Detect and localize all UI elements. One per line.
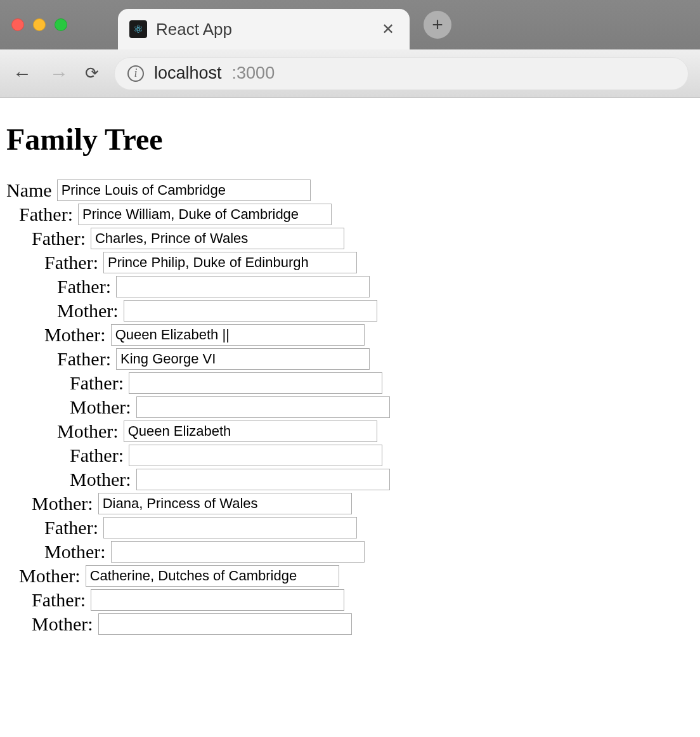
- name-input[interactable]: [116, 276, 370, 297]
- person-node: Father: Father: Mother:: [57, 348, 694, 418]
- reload-button[interactable]: ⟳: [85, 63, 99, 83]
- person-node: Father:: [70, 445, 694, 466]
- titlebar: ⚛ React App ✕ +: [0, 0, 700, 49]
- father-label: Father:: [70, 446, 124, 465]
- father-label: Father:: [44, 253, 98, 272]
- person-node: Father:: [32, 589, 694, 611]
- new-tab-button[interactable]: +: [424, 11, 451, 39]
- name-input[interactable]: [98, 493, 352, 514]
- name-input[interactable]: [103, 252, 357, 273]
- mother-label: Mother:: [32, 615, 93, 634]
- father-label: Father:: [57, 277, 111, 296]
- name-input[interactable]: [111, 541, 365, 563]
- person-node: Father: Father: Father: Fa: [19, 204, 694, 563]
- url-host: localhost: [154, 63, 222, 83]
- page-content: Family Tree Name Father: Father: Fa: [0, 98, 700, 656]
- name-input[interactable]: [124, 421, 377, 442]
- person-node: Mother:: [57, 300, 694, 322]
- name-input[interactable]: [78, 204, 332, 225]
- mother-label: Mother:: [44, 542, 106, 561]
- father-label: Father:: [44, 518, 98, 537]
- person-node: Mother: Father: Father:: [44, 324, 694, 490]
- mother-label: Mother:: [44, 325, 106, 344]
- forward-button[interactable]: →: [48, 63, 70, 84]
- react-favicon-icon: ⚛: [129, 20, 147, 38]
- person-node: Father: Father: Mother:: [44, 252, 694, 322]
- name-input[interactable]: [129, 445, 382, 466]
- person-node: Mother:: [70, 469, 694, 490]
- window-controls: [11, 18, 67, 31]
- person-node: Father:: [70, 372, 694, 394]
- maximize-window-button[interactable]: [55, 18, 67, 31]
- close-tab-icon[interactable]: ✕: [378, 18, 398, 41]
- person-node: Father:: [44, 517, 694, 538]
- close-window-button[interactable]: [11, 18, 24, 31]
- person-node: Mother: Father: Mother:: [32, 493, 694, 563]
- site-info-icon[interactable]: i: [127, 65, 144, 82]
- name-label: Name: [6, 181, 52, 200]
- name-input[interactable]: [136, 469, 390, 490]
- address-bar[interactable]: i localhost:3000: [114, 57, 689, 90]
- mother-label: Mother:: [32, 494, 93, 513]
- person-node: Mother:: [44, 541, 694, 563]
- minimize-window-button[interactable]: [33, 18, 46, 31]
- father-label: Father:: [19, 205, 73, 224]
- name-input[interactable]: [103, 517, 357, 538]
- name-input[interactable]: [116, 348, 370, 370]
- person-node-root: Name Father: Father: Father:: [6, 179, 694, 635]
- father-label: Father:: [32, 229, 86, 248]
- mother-label: Mother:: [19, 566, 81, 585]
- name-input[interactable]: [91, 228, 344, 249]
- person-node: Father: Father: Father:: [32, 228, 694, 490]
- tab-title: React App: [156, 20, 369, 39]
- father-label: Father:: [70, 374, 124, 393]
- name-input[interactable]: [124, 300, 377, 322]
- person-node: Mother: Father: Mother:: [57, 421, 694, 490]
- father-label: Father:: [32, 590, 86, 610]
- person-node: Mother:: [70, 396, 694, 418]
- name-input[interactable]: [91, 589, 344, 611]
- name-input[interactable]: [111, 324, 365, 346]
- name-input[interactable]: [57, 179, 311, 201]
- page-title: Family Tree: [6, 122, 694, 157]
- back-button[interactable]: ←: [11, 63, 33, 84]
- name-input[interactable]: [129, 372, 382, 394]
- name-input[interactable]: [86, 565, 339, 587]
- mother-label: Mother:: [70, 398, 131, 417]
- mother-label: Mother:: [57, 301, 119, 320]
- person-node: Mother: Father: Mother:: [19, 565, 694, 635]
- mother-label: Mother:: [70, 470, 131, 489]
- mother-label: Mother:: [57, 422, 119, 441]
- name-input[interactable]: [98, 613, 352, 635]
- person-node: Father:: [57, 276, 694, 297]
- browser-tab[interactable]: ⚛ React App ✕: [118, 9, 410, 49]
- name-input[interactable]: [136, 396, 390, 418]
- father-label: Father:: [57, 349, 111, 368]
- browser-toolbar: ← → ⟳ i localhost:3000: [0, 49, 700, 98]
- url-port: :3000: [232, 63, 275, 83]
- person-node: Mother:: [32, 613, 694, 635]
